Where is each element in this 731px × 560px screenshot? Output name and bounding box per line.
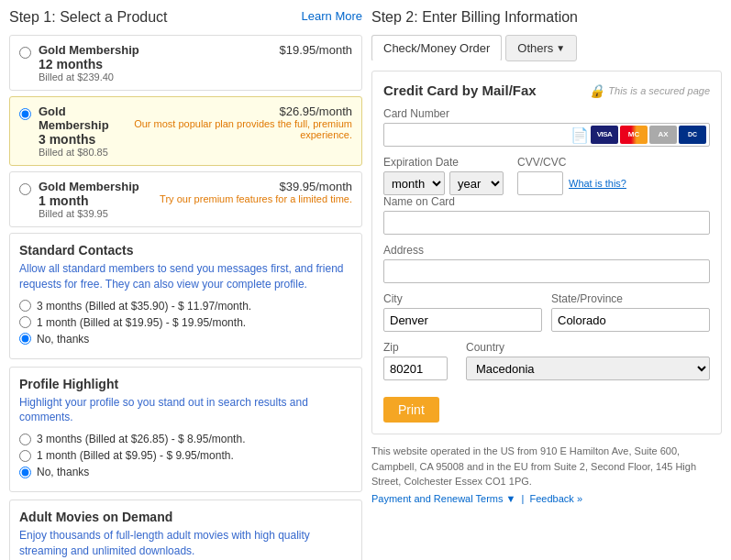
card-doc-icon: 📄 <box>570 126 589 144</box>
addon-radio-standard-contacts-0[interactable] <box>19 300 31 312</box>
billing-tabs: Check/Money Order Others ▼ <box>371 35 722 61</box>
city-input[interactable]: Denver <box>383 308 542 332</box>
plan-billed-gold-3: Billed at $80.85 <box>39 147 109 158</box>
payment-terms-link[interactable]: Payment and Renewal Terms ▼ <box>371 493 515 504</box>
addon-opt-label-profile-highlight-2: No, thanks <box>37 466 89 478</box>
addon-opt-profile-highlight-1: 1 month (Billed at $9.95) - $ 9.95/month… <box>19 449 352 462</box>
addon-opt-label-standard-contacts-2: No, thanks <box>37 333 89 346</box>
plan-radio-gold-1[interactable] <box>19 183 31 195</box>
plan-radio-gold-3[interactable] <box>19 108 31 120</box>
cvv-group: CVV/CVC What is this? <box>517 156 626 195</box>
addon-desc-adult-movies: Enjoy thousands of full-length adult mov… <box>19 528 352 559</box>
addon-title-profile-highlight: Profile Highlight <box>19 377 352 391</box>
visa-icon: VISA <box>591 126 618 144</box>
plan-price-main-gold-1: $39.95/month <box>160 180 352 193</box>
expiration-label: Expiration Date <box>383 156 504 169</box>
plan-option-gold-1[interactable]: Gold Membership 1 month Billed at $39.95… <box>9 171 362 227</box>
plan-info-gold-1: Gold Membership 1 month Billed at $39.95 <box>39 180 152 219</box>
state-group: State/Province Colorado <box>551 292 710 332</box>
plan-radio-gold-12[interactable] <box>19 47 31 59</box>
plan-name-gold-3: Gold Membership <box>39 104 109 132</box>
city-state-row: City Denver State/Province Colorado <box>383 292 710 341</box>
billing-box: Credit Card by Mail/Fax 🔒 This is a secu… <box>371 71 722 434</box>
year-select[interactable]: year2024202520262027202820292030 <box>449 171 504 195</box>
zip-group: Zip <box>383 341 457 380</box>
addon-opt-standard-contacts-0: 3 months (Billed at $35.90) - $ 11.97/mo… <box>19 300 352 313</box>
state-label: State/Province <box>551 292 710 305</box>
addon-section-standard-contacts: Standard Contacts Allow all standard mem… <box>9 233 362 359</box>
plan-duration-gold-3: 3 months <box>39 132 109 147</box>
addon-desc-profile-highlight: Highlight your profile so you stand out … <box>19 395 352 426</box>
address-label: Address <box>383 244 710 257</box>
billing-title: Credit Card by Mail/Fax <box>383 82 537 98</box>
plan-option-gold-3[interactable]: Gold Membership 3 months Billed at $80.8… <box>9 96 362 166</box>
card-number-label: Card Number <box>383 107 710 120</box>
cvv-label: CVV/CVC <box>517 156 626 169</box>
addon-opt-label-profile-highlight-1: 1 month (Billed at $9.95) - $ 9.95/month… <box>37 449 234 462</box>
state-input[interactable]: Colorado <box>551 308 710 332</box>
addon-title-adult-movies: Adult Movies on Demand <box>19 510 352 524</box>
tab-others[interactable]: Others ▼ <box>505 35 577 61</box>
plan-name-gold-1: Gold Membership <box>39 180 152 193</box>
country-select[interactable]: MacedoniaUnited StatesCanadaUnited Kingd… <box>466 357 710 380</box>
step2-title: Step 2: Enter Billing Information <box>371 9 722 26</box>
addon-opt-label-profile-highlight-0: 3 months (Billed at $26.85) - $ 8.95/mon… <box>37 433 245 445</box>
address-row: Address <box>383 244 710 283</box>
address-input[interactable] <box>383 259 710 283</box>
lock-icon: 🔒 <box>589 83 604 98</box>
city-group: City Denver <box>383 292 542 332</box>
plan-price-gold-12: $19.95/month <box>242 43 352 57</box>
card-number-wrap: 📄 VISA MC AX DC <box>383 123 710 147</box>
plan-name-gold-12: Gold Membership <box>39 43 235 57</box>
print-button[interactable]: Print <box>383 397 439 423</box>
name-label: Name on Card <box>383 195 710 208</box>
plan-price-note-gold-1: Try our premium features for a limited t… <box>160 193 352 204</box>
country-label: Country <box>466 341 710 354</box>
exp-cvv-row: Expiration Date month0102030405060708091… <box>383 156 710 195</box>
plan-price-main-gold-3: $26.95/month <box>116 104 352 118</box>
addon-radio-profile-highlight-1[interactable] <box>19 450 31 462</box>
addon-radio-profile-highlight-0[interactable] <box>19 434 31 445</box>
feedback-link[interactable]: Feedback » <box>530 493 582 504</box>
month-select[interactable]: month010203040506070809101112 <box>383 171 445 195</box>
zip-input[interactable] <box>383 357 448 380</box>
addon-section-profile-highlight: Profile Highlight Highlight your profile… <box>9 367 362 493</box>
plan-price-note-gold-3: Our most popular plan provides the full,… <box>116 118 352 140</box>
card-number-row: Card Number 📄 VISA MC AX DC <box>383 107 710 147</box>
city-label: City <box>383 292 542 305</box>
plan-price-gold-1: $39.95/month Try our premium features fo… <box>160 180 352 204</box>
learn-more-link[interactable]: Learn More <box>302 9 362 23</box>
cvv-input[interactable] <box>517 171 563 195</box>
plan-option-gold-12[interactable]: Gold Membership 12 months Billed at $239… <box>9 35 362 91</box>
addon-opt-profile-highlight-0: 3 months (Billed at $26.85) - $ 8.95/mon… <box>19 433 352 445</box>
billing-header: Credit Card by Mail/Fax 🔒 This is a secu… <box>383 82 710 98</box>
plan-price-gold-3: $26.95/month Our most popular plan provi… <box>116 104 352 140</box>
tab-check[interactable]: Check/Money Order <box>371 35 502 61</box>
plan-info-gold-12: Gold Membership 12 months Billed at $239… <box>39 43 235 82</box>
addons-container: Standard Contacts Allow all standard mem… <box>9 233 362 560</box>
mastercard-icon: MC <box>620 126 648 144</box>
secured-label: 🔒 This is a secured page <box>589 83 710 98</box>
name-row: Name on Card <box>383 195 710 235</box>
others-dropdown-icon: ▼ <box>556 43 565 53</box>
addon-desc-standard-contacts: Allow all standard members to send you m… <box>19 261 352 292</box>
footer-links: Payment and Renewal Terms ▼ | Feedback » <box>371 493 722 504</box>
addon-section-adult-movies: Adult Movies on Demand Enjoy thousands o… <box>9 500 362 560</box>
plan-price-main-gold-12: $19.95/month <box>242 43 352 57</box>
expiration-group: Expiration Date month0102030405060708091… <box>383 156 504 195</box>
addon-radio-standard-contacts-1[interactable] <box>19 316 31 328</box>
what-is-link[interactable]: What is this? <box>569 178 626 189</box>
name-input[interactable] <box>383 211 710 235</box>
addon-radio-profile-highlight-2[interactable] <box>19 467 31 478</box>
addon-opt-label-standard-contacts-1: 1 month (Billed at $19.95) - $ 19.95/mon… <box>37 316 246 329</box>
amex-icon: AX <box>649 126 677 144</box>
discover-icon: DC <box>679 126 706 144</box>
addon-radio-standard-contacts-2[interactable] <box>19 333 31 345</box>
plan-duration-gold-1: 1 month <box>39 193 152 208</box>
card-icons: 📄 VISA MC AX DC <box>570 126 706 144</box>
plan-info-gold-3: Gold Membership 3 months Billed at $80.8… <box>39 104 109 158</box>
addon-opt-standard-contacts-1: 1 month (Billed at $19.95) - $ 19.95/mon… <box>19 316 352 329</box>
addon-opt-profile-highlight-2: No, thanks <box>19 466 352 478</box>
country-group: Country MacedoniaUnited StatesCanadaUnit… <box>466 341 710 380</box>
zip-country-row: Zip Country MacedoniaUnited StatesCanada… <box>383 341 710 390</box>
